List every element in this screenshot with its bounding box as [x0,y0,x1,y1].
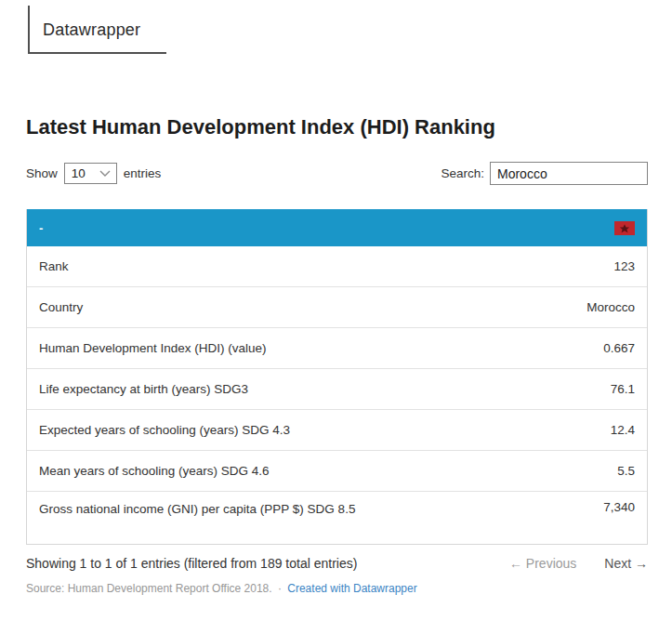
search-label: Search: [441,166,484,180]
row-label: Gross national income (GNI) per capita (… [39,500,355,519]
hdi-table: - Rank 123 Country Morocco Human Develop… [26,209,648,545]
table-controls: Show 10 entries Search: [26,162,648,185]
row-value: 7,340 [603,500,635,514]
row-label: Rank [39,258,69,276]
chevron-down-icon [99,170,111,177]
show-entries-select[interactable]: 10 [64,163,117,184]
source-text: Source: Human Development Report Office … [26,582,272,595]
table-row: Gross national income (GNI) per capita (… [27,492,647,544]
row-label: Human Development Index (HDI) (value) [39,339,267,358]
morocco-flag-icon[interactable] [614,221,635,235]
datawrapper-logo[interactable]: Datawrapper [28,6,166,54]
row-label: Life expectancy at birth (years) SDG3 [39,380,248,399]
pagination: ← Previous Next → [509,556,648,571]
table-header-row[interactable]: - [27,209,647,246]
row-value: 0.667 [603,341,635,355]
page-title: Latest Human Development Index (HDI) Ran… [26,115,648,139]
table-footer: Showing 1 to 1 of 1 entries (filtered fr… [26,556,648,571]
row-label: Mean years of schooling (years) SDG 4.6 [39,462,270,481]
table-row: Life expectancy at birth (years) SDG3 76… [27,369,647,410]
show-entries-value: 10 [72,166,86,180]
previous-button[interactable]: ← Previous [509,556,576,571]
row-value: 76.1 [611,382,635,396]
row-value: 5.5 [617,464,635,478]
show-label: Show [26,166,58,180]
row-value: 123 [613,259,635,273]
header-sort-cell[interactable]: - [39,222,43,234]
source-line: Source: Human Development Report Office … [26,582,648,595]
table-row: Mean years of schooling (years) SDG 4.6 … [27,451,647,492]
next-button[interactable]: Next → [604,556,648,571]
search-group: Search: [441,162,648,185]
row-value: Morocco [586,300,635,314]
table-row: Country Morocco [27,287,647,328]
table-row: Rank 123 [27,246,647,287]
entries-label: entries [124,166,162,180]
created-with-datawrapper-link[interactable]: Created with Datawrapper [287,582,416,595]
row-value: 12.4 [611,423,635,437]
search-input[interactable] [490,162,648,185]
table-row: Human Development Index (HDI) (value) 0.… [27,328,647,369]
showing-entries-text: Showing 1 to 1 of 1 entries (filtered fr… [26,556,357,571]
table-row: Expected years of schooling (years) SDG … [27,410,647,451]
row-label: Country [39,298,83,317]
source-separator: · [278,582,282,595]
row-label: Expected years of schooling (years) SDG … [39,421,290,440]
widget-body: Latest Human Development Index (HDI) Ran… [26,115,648,595]
show-entries-group: Show 10 entries [26,163,161,184]
